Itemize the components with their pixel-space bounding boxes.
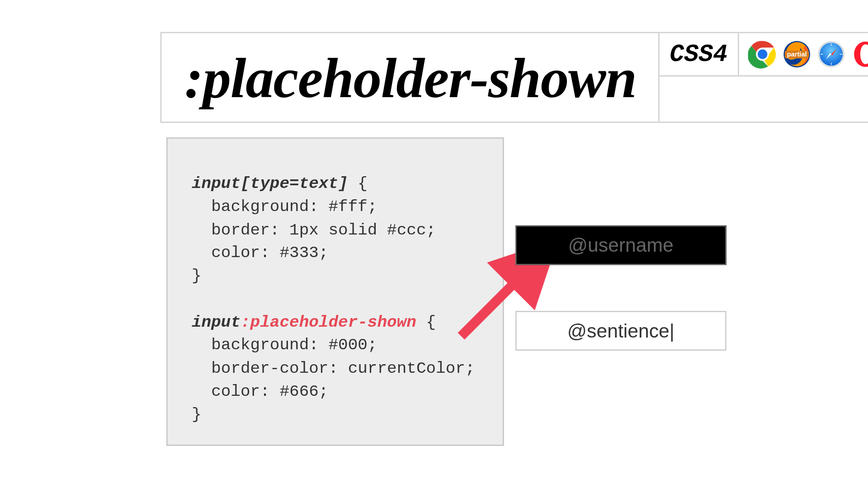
css-code-block: input[type=text] { background: #fff; bor… — [192, 172, 485, 426]
safari-icon — [817, 40, 846, 69]
firefox-partial-badge: partial — [787, 51, 807, 58]
code-panel: input[type=text] { background: #fff; bor… — [166, 137, 504, 446]
firefox-icon: partial — [783, 40, 811, 69]
browser-support-row: partial — [739, 33, 868, 75]
header-meta-row: CSS4 — [660, 33, 868, 76]
spec-badge: CSS4 — [660, 33, 739, 75]
demo-input-typed[interactable]: @sentience| — [515, 311, 726, 351]
opera-icon — [851, 40, 868, 69]
svg-point-2 — [758, 49, 767, 59]
slide-header: :placeholder-shown CSS4 — [160, 32, 868, 123]
header-meta: CSS4 — [658, 33, 868, 122]
chrome-icon — [748, 40, 777, 69]
slide-title: :placeholder-shown — [161, 33, 658, 122]
demo-input-placeholder[interactable]: @username — [515, 225, 726, 265]
